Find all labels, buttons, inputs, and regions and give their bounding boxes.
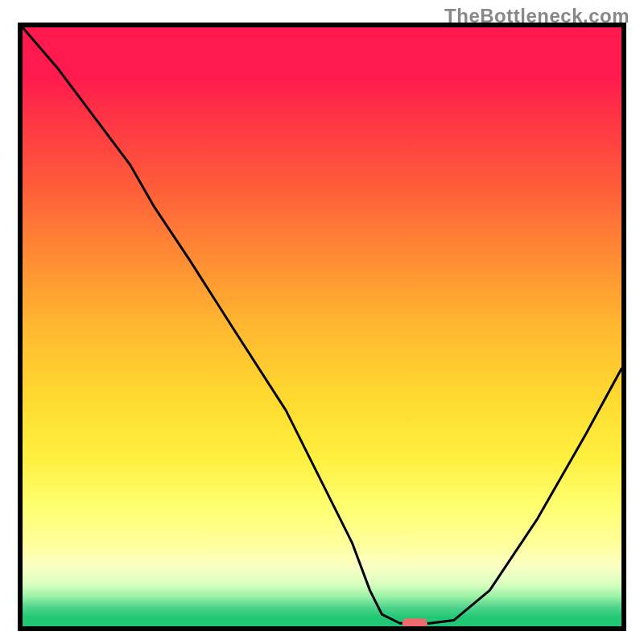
plot-frame <box>18 23 626 631</box>
minimum-marker <box>402 618 427 626</box>
plot-overlay <box>23 27 621 626</box>
bottleneck-curve <box>23 27 621 623</box>
